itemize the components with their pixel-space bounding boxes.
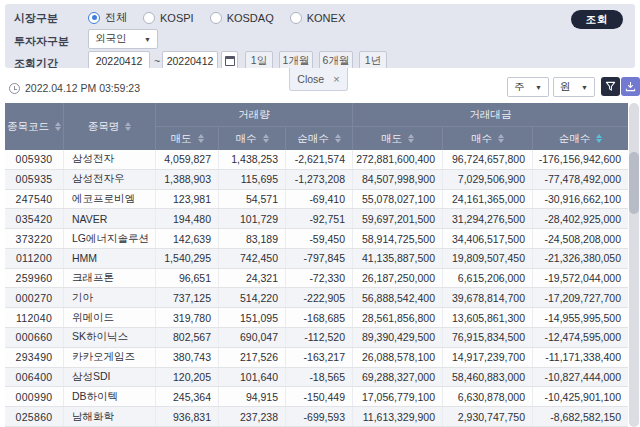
cell-net-volume: -2,621,574 [285, 150, 352, 169]
cell-net-value: -30,916,662,100 [532, 190, 628, 209]
clock-icon [9, 83, 20, 94]
cell-name: 기아 [63, 288, 155, 307]
sort-icon [335, 134, 341, 143]
table-row[interactable]: 112040위메이드319,780151,095-168,68528,561,8… [5, 308, 628, 328]
table-row[interactable]: 000990DB하이텍245,36494,915-150,44917,056,7… [5, 387, 628, 407]
table-row[interactable]: 006400삼성SDI120,205101,640-18,56569,288,3… [5, 368, 628, 388]
radio-market-all[interactable]: 전체 [88, 10, 127, 25]
cell-code: 293490 [5, 348, 63, 367]
cell-sell-value: 56,888,542,400 [352, 288, 442, 307]
header-value-net[interactable]: 순매수 [532, 127, 628, 150]
cell-buy-value: 2,930,747,750 [442, 407, 532, 426]
cell-sell-value: 41,135,887,500 [352, 249, 442, 268]
cell-net-volume: -163,217 [285, 348, 352, 367]
table-row[interactable]: 005935삼성전자우1,388,903115,695-1,273,20884,… [5, 170, 628, 190]
chevron-down-icon: ▼ [581, 84, 588, 91]
header-volume-sell[interactable]: 매도 [155, 127, 218, 150]
cell-buy-value: 34,406,517,500 [442, 229, 532, 248]
sort-icon [198, 134, 204, 143]
radio-label: KOSDAQ [227, 12, 274, 24]
table-row[interactable]: 000270기아737,125514,220-222,90556,888,542… [5, 288, 628, 308]
cell-code: 035420 [5, 209, 63, 228]
cell-buy-value: 39,678,814,700 [442, 288, 532, 307]
cell-buy-value: 58,460,883,000 [442, 368, 532, 387]
table-row[interactable]: 011200HMM1,540,295742,450-797,84541,135,… [5, 249, 628, 269]
header-value-buy[interactable]: 매수 [442, 127, 532, 150]
cell-net-volume: -18,565 [285, 368, 352, 387]
cell-net-value: -11,171,338,400 [532, 348, 628, 367]
cell-buy-volume: 94,915 [218, 387, 285, 406]
cell-code: 011200 [5, 249, 63, 268]
table-row[interactable]: 259960크래프톤96,65124,321-72,33026,187,250,… [5, 269, 628, 289]
header-label: 매수 [236, 132, 257, 146]
header-code[interactable]: 종목코드 [5, 103, 63, 150]
table-row[interactable]: 247540에코프로비엠123,98154,571-69,41055,078,0… [5, 190, 628, 210]
close-tab[interactable]: Close × [289, 68, 348, 91]
toolbar: 2022.04.12 PM 03:59:23 Close × 주 ▼ 원 ▼ [0, 68, 640, 103]
close-icon[interactable]: × [333, 73, 339, 85]
radio-label: KOSPI [160, 12, 194, 24]
table-row[interactable]: 373220LG에너지솔루션142,63983,189-59,45058,914… [5, 229, 628, 249]
close-tab-label: Close [297, 73, 324, 85]
cell-sell-value: 58,914,725,500 [352, 229, 442, 248]
cell-code: 247540 [5, 190, 63, 209]
table-row[interactable]: 005930삼성전자4,059,8271,438,253-2,621,57427… [5, 150, 628, 170]
table-header: 종목코드 종목명 거래량 거래대금 매도 매수 순매수 매도 [5, 103, 628, 150]
cell-buy-volume: 54,571 [218, 190, 285, 209]
cell-net-value: -8,682,582,150 [532, 407, 628, 426]
unit-share-select[interactable]: 주 ▼ [507, 77, 549, 97]
header-label: 순매수 [297, 132, 329, 146]
chevron-down-icon: ▼ [144, 36, 151, 43]
cell-buy-value: 31,294,276,500 [442, 209, 532, 228]
radio-market-konex[interactable]: KONEX [290, 12, 346, 24]
cell-net-value: -12,474,595,000 [532, 328, 628, 347]
unit-currency-select[interactable]: 원 ▼ [553, 77, 595, 97]
radio-selected-icon [88, 12, 100, 24]
download-button[interactable] [621, 77, 640, 96]
radio-label: 전체 [105, 10, 127, 25]
funnel-icon [605, 81, 616, 92]
cell-buy-value: 6,630,878,000 [442, 387, 532, 406]
cell-sell-volume: 194,480 [155, 209, 218, 228]
table-row[interactable]: 025860남해화학936,831237,238-699,59311,613,3… [5, 407, 628, 427]
cell-sell-volume: 802,567 [155, 328, 218, 347]
table-row[interactable]: 000660SK하이닉스802,567690,047-112,52089,390… [5, 328, 628, 348]
cell-sell-volume: 245,364 [155, 387, 218, 406]
investor-select[interactable]: 외국인 ▼ [88, 29, 158, 49]
cell-name: 위메이드 [63, 308, 155, 327]
radio-market-kospi[interactable]: KOSPI [143, 12, 194, 24]
cell-sell-value: 272,881,600,400 [352, 150, 442, 169]
table-row[interactable]: 035420NAVER194,480101,729-92,75159,697,2… [5, 209, 628, 229]
search-button[interactable]: 조회 [571, 10, 623, 29]
table-row[interactable]: 293490카카오게임즈380,743217,526-163,21726,088… [5, 348, 628, 368]
cell-buy-volume: 237,238 [218, 407, 285, 426]
header-name[interactable]: 종목명 [63, 103, 155, 150]
header-value-sell[interactable]: 매도 [352, 127, 442, 150]
cell-buy-volume: 514,220 [218, 288, 285, 307]
cell-net-value: -24,508,208,000 [532, 229, 628, 248]
cell-sell-value: 84,507,998,900 [352, 170, 442, 189]
cell-net-value: -176,156,942,600 [532, 150, 628, 169]
cell-net-value: -19,572,044,000 [532, 269, 628, 288]
header-volume-net[interactable]: 순매수 [285, 127, 352, 150]
cell-sell-volume: 123,981 [155, 190, 218, 209]
cell-buy-volume: 742,450 [218, 249, 285, 268]
header-volume-group: 거래량 [155, 103, 352, 127]
cell-net-volume: -222,905 [285, 288, 352, 307]
timestamp-text: 2022.04.12 PM 03:59:23 [25, 82, 140, 94]
scrollbar-thumb[interactable] [629, 152, 639, 214]
cell-sell-value: 55,078,027,100 [352, 190, 442, 209]
cell-buy-value: 24,161,365,000 [442, 190, 532, 209]
investor-label: 투자자구분 [14, 34, 69, 49]
cell-code: 000990 [5, 387, 63, 406]
market-radio-group: 전체 KOSPI KOSDAQ KONEX [88, 10, 345, 25]
radio-market-kosdaq[interactable]: KOSDAQ [210, 12, 274, 24]
cell-code: 005935 [5, 170, 63, 189]
cell-buy-volume: 101,640 [218, 368, 285, 387]
header-volume-buy[interactable]: 매수 [218, 127, 285, 150]
filter-button[interactable] [601, 77, 620, 96]
cell-net-volume: -59,450 [285, 229, 352, 248]
cell-buy-volume: 115,695 [218, 170, 285, 189]
cell-sell-value: 28,561,856,800 [352, 308, 442, 327]
cell-name: 삼성SDI [63, 368, 155, 387]
